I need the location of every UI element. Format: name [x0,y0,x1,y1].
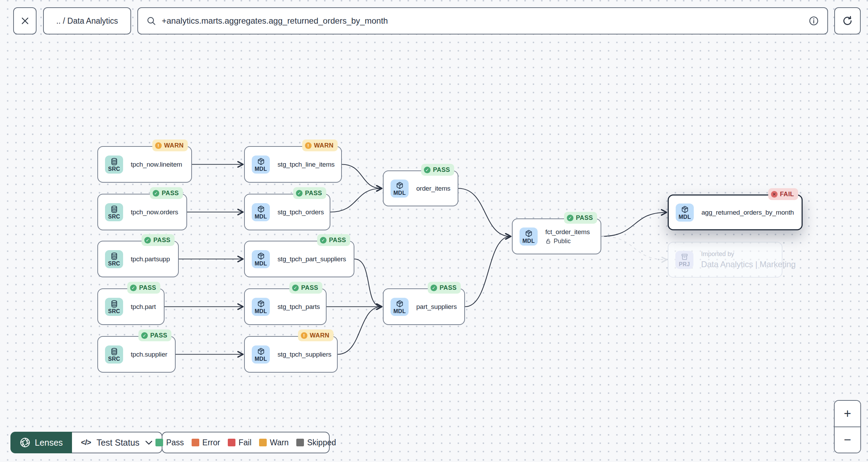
status-label: PASS [305,190,322,197]
search-input[interactable] [162,16,803,26]
search-bar[interactable] [137,7,828,34]
status-label: PASS [301,284,318,292]
lineage-canvas[interactable]: !WARNSRCtpch_now.lineitem!WARNMDLstg_tpc… [0,0,868,462]
status-dot-icon: ✓ [130,285,137,291]
node-imported_by_project[interactable]: PRJImported byData Analytics | Marketing [668,242,782,278]
node-tpch_partsupp[interactable]: ✓PASSSRCtpch.partsupp [97,241,179,277]
legend-item-fail: Fail [228,438,251,447]
status-dot-icon: ✓ [320,237,327,244]
status-label: PASS [576,214,593,222]
status-dot-icon: ✓ [424,167,431,173]
node-label: tpch_now.lineitem [131,161,182,168]
node-stg_tpch_parts[interactable]: ✓PASSMDLstg_tpch_parts [244,288,327,325]
legend-swatch [259,439,267,446]
node-stg_tpch_orders[interactable]: ✓PASSMDLstg_tpch_orders [244,194,330,230]
legend-swatch [296,439,304,446]
close-icon [20,16,30,26]
status-badge: ✓PASS [564,212,597,224]
node-tpch_supplier[interactable]: ✓PASSSRCtpch.supplier [97,336,176,373]
edge-fct_order_items-to-agg_returned_orders_by_month [601,213,666,237]
status-label: PASS [153,237,170,244]
breadcrumb-label: .. / Data Analytics [56,16,118,26]
node-label: part_suppliers [416,303,457,311]
node-fct_order_items[interactable]: ✓PASSMDLfct_order_itemsPublic [512,218,601,254]
node-tpch_now_orders[interactable]: ✓PASSSRCtpch_now.orders [97,194,187,230]
cube-icon: MDL [252,345,270,364]
node-label: order_items [416,185,450,192]
lineage-edges [0,0,868,462]
node-access: Public [545,238,590,245]
node-type-label: SRC [108,214,120,220]
lock-open-icon [545,238,551,244]
node-stg_tpch_suppliers[interactable]: !WARNMDLstg_tpch_suppliers [244,336,338,373]
status-dot-icon: ✓ [153,190,159,197]
status-label: PASS [139,284,156,292]
zoom-in-button[interactable]: + [835,401,860,427]
node-order_items[interactable]: ✓PASSMDLorder_items [383,170,458,206]
status-badge: !WARN [152,140,188,151]
status-label: PASS [150,332,167,339]
refresh-button[interactable] [834,7,861,34]
status-badge: ✓PASS [142,234,175,246]
cube-icon: MDL [391,298,409,316]
cube-icon: MDL [252,156,270,174]
code-icon: </> [81,438,91,447]
node-stg_tpch_part_suppliers[interactable]: ✓PASSMDLstg_tpch_part_suppliers [244,241,354,277]
chevron-down-icon [145,440,153,445]
legend-swatch [155,439,163,446]
search-icon [146,16,156,26]
status-dot-icon: ✓ [292,285,299,291]
edge-fct_order_items-to-imported_by_project [601,237,666,260]
legend-item-warn: Warn [259,438,289,447]
status-label: WARN [314,142,333,149]
node-type-label: MDL [678,214,691,220]
node-type-label: MDL [522,238,535,244]
status-dot-icon: ✓ [141,332,148,339]
node-type-label: SRC [108,261,120,266]
legend-item-pass: Pass [155,438,184,447]
lenses-label: Lenses [35,438,63,448]
node-label: stg_tpch_parts [278,303,320,311]
info-icon[interactable] [809,16,819,26]
node-type-label: PRJ [679,262,690,267]
access-label: Public [554,238,571,245]
edge-stg_tpch_orders-to-order_items [330,189,381,212]
node-type-label: MDL [255,356,267,362]
node-type-label: MDL [255,166,267,172]
lens-selector[interactable]: </> Test Status [72,432,162,453]
node-tpch_now_lineitem[interactable]: !WARNSRCtpch_now.lineitem [97,146,192,183]
status-badge: ✓PASS [317,234,350,246]
breadcrumb[interactable]: .. / Data Analytics [43,7,131,34]
node-type-label: SRC [108,166,120,172]
node-label: stg_tpch_line_items [278,161,335,168]
node-tpch_part[interactable]: ✓PASSSRCtpch.part [97,288,164,325]
lenses-button[interactable]: Lenses [10,432,72,453]
status-dot-icon: ! [301,332,307,339]
node-agg_returned_orders_by_month[interactable]: ✕FAILMDLagg_returned_orders_by_month [668,194,803,230]
database-icon: SRC [105,298,123,316]
node-label: Data Analytics | Marketing [701,260,782,269]
node-label: stg_tpch_part_suppliers [278,255,346,263]
edge-stg_tpch_line_items-to-order_items [342,165,381,189]
zoom-out-button[interactable]: − [835,427,860,453]
aperture-icon [19,437,31,448]
node-stg_tpch_line_items[interactable]: !WARNMDLstg_tpch_line_items [244,146,342,183]
database-icon: SRC [105,345,123,364]
database-icon: SRC [105,250,123,268]
database-icon: SRC [105,203,123,221]
cube-icon: MDL [252,298,270,316]
status-badge: ✓PASS [293,187,326,199]
close-button[interactable] [13,7,37,34]
status-badge: ✓PASS [428,282,461,294]
node-label: stg_tpch_suppliers [278,351,331,358]
edge-stg_tpch_suppliers-to-part_suppliers [338,307,381,355]
legend-item-skipped: Skipped [296,438,336,447]
node-label: agg_returned_orders_by_month [701,209,794,216]
status-badge: ✓PASS [150,187,183,199]
status-dot-icon: ! [155,142,162,149]
node-part_suppliers[interactable]: ✓PASSMDLpart_suppliers [383,288,465,325]
node-type-label: MDL [393,190,406,196]
cube-icon: MDL [391,180,409,198]
status-badge: ✓PASS [127,282,160,294]
edge-stg_tpch_part_suppliers-to-part_suppliers [354,259,381,307]
